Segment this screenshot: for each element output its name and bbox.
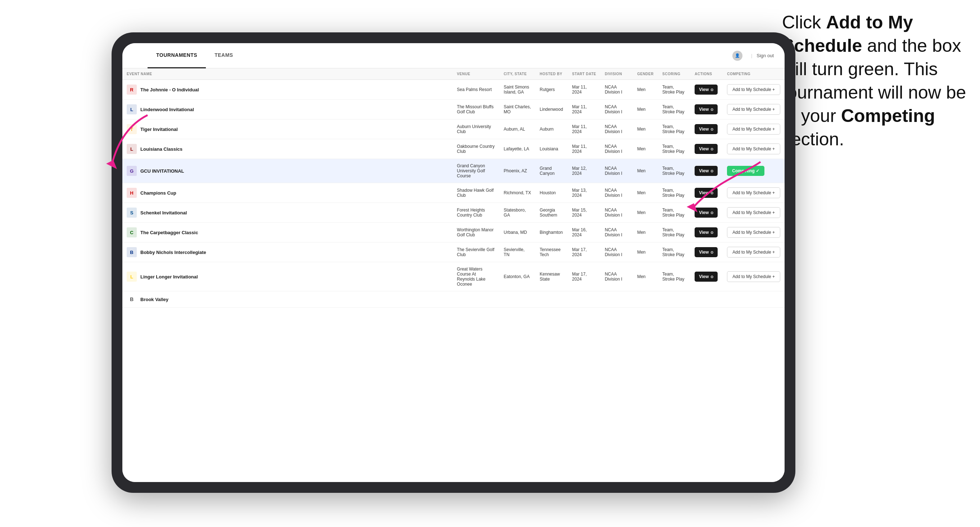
actions-cell: View ⊙ <box>690 119 723 139</box>
competing-cell: Add to My Schedule + <box>723 243 784 262</box>
event-name-cell: S Schenkel Invitational <box>123 203 453 223</box>
nav-tab-teams[interactable]: TEAMS <box>206 43 242 68</box>
division-cell: NCAA Division I <box>600 243 633 262</box>
gender-cell: Men <box>633 243 658 262</box>
gender-cell: Men <box>633 119 658 139</box>
venue-cell: Great Waters Course At Reynolds Lake Oco… <box>453 262 500 291</box>
add-to-schedule-button[interactable]: Add to My Schedule + <box>727 143 780 154</box>
actions-cell: View ⊙ <box>690 159 723 183</box>
city-cell: Saint Charles, MO <box>500 100 536 119</box>
hosted-by-cell: Binghamton <box>536 223 568 243</box>
event-name: The Johnnie - O Individual <box>140 87 199 92</box>
add-to-schedule-button[interactable]: Add to My Schedule + <box>727 84 780 95</box>
tablet-screen: TOURNAMENTS TEAMS 👤 | Sign out EVENT NAM… <box>123 43 784 482</box>
competing-cell: Competing ✓ <box>723 159 784 183</box>
scoring-cell: Team, Stroke Play <box>658 223 690 243</box>
view-button[interactable]: View ⊙ <box>695 104 718 114</box>
start-date-cell: Mar 17, 2024 <box>568 262 601 291</box>
venue-cell: The Missouri Bluffs Golf Club <box>453 100 500 119</box>
view-button[interactable]: View ⊙ <box>695 188 718 198</box>
competing-button[interactable]: Competing ✓ <box>727 166 764 176</box>
event-name: GCU INVITATIONAL <box>140 168 184 174</box>
competing-cell: Add to My Schedule + <box>723 100 784 119</box>
table-row: L Linger Longer Invitational Great Water… <box>123 262 784 291</box>
division-cell: NCAA Division I <box>600 119 633 139</box>
competing-cell: Add to My Schedule + <box>723 80 784 100</box>
hosted-by-cell: Auburn <box>536 119 568 139</box>
sign-out-link[interactable]: Sign out <box>757 53 774 58</box>
view-button[interactable]: View ⊙ <box>695 247 718 257</box>
team-logo: C <box>127 227 137 237</box>
instruction-right: Click Add to My Schedule and the box wil… <box>782 11 969 151</box>
start-date-cell: Mar 15, 2024 <box>568 203 601 223</box>
competing-cell: Add to My Schedule + <box>723 183 784 203</box>
actions-cell: View ⊙ <box>690 203 723 223</box>
gender-cell: Men <box>633 203 658 223</box>
col-competing: COMPETING <box>723 68 784 80</box>
team-logo: B <box>127 247 137 257</box>
table-row: C The Carpetbagger Classic Worthington M… <box>123 223 784 243</box>
add-to-schedule-button[interactable]: Add to My Schedule + <box>727 124 780 135</box>
actions-cell: View ⊙ <box>690 183 723 203</box>
nav-tabs: TOURNAMENTS TEAMS <box>148 43 242 68</box>
add-to-schedule-button[interactable]: Add to My Schedule + <box>727 247 780 257</box>
add-to-schedule-button[interactable]: Add to My Schedule + <box>727 271 780 282</box>
view-button[interactable]: View ⊙ <box>695 227 718 237</box>
hosted-by-cell: Louisiana <box>536 139 568 159</box>
table-header: EVENT NAME VENUE CITY, STATE HOSTED BY S… <box>123 68 784 80</box>
division-cell: NCAA Division I <box>600 262 633 291</box>
hosted-by-cell: Grand Canyon <box>536 159 568 183</box>
add-to-schedule-button[interactable]: Add to My Schedule + <box>727 104 780 115</box>
start-date-cell: Mar 11, 2024 <box>568 100 601 119</box>
venue-cell: Shadow Hawk Golf Club <box>453 183 500 203</box>
hosted-by-cell: Kennesaw State <box>536 262 568 291</box>
actions-cell: View ⊙ <box>690 100 723 119</box>
actions-cell: View ⊙ <box>690 223 723 243</box>
event-name: Tiger Invitational <box>140 127 178 132</box>
competing-cell: Add to My Schedule + <box>723 262 784 291</box>
scoring-cell: Team, Stroke Play <box>658 139 690 159</box>
view-button[interactable]: View ⊙ <box>695 144 718 154</box>
table-body: R The Johnnie - O Individual Sea Palms R… <box>123 80 784 308</box>
event-name: The Carpetbagger Classic <box>140 230 198 235</box>
col-gender: GENDER <box>633 68 658 80</box>
nav-tab-tournaments[interactable]: TOURNAMENTS <box>148 43 206 68</box>
view-button[interactable]: View ⊙ <box>695 166 718 176</box>
add-to-schedule-button[interactable]: Add to My Schedule + <box>727 187 780 198</box>
add-to-schedule-button[interactable]: Add to My Schedule + <box>727 207 780 218</box>
add-to-schedule-button[interactable]: Add to My Schedule + <box>727 227 780 238</box>
col-actions: ACTIONS <box>690 68 723 80</box>
tournaments-table-container: EVENT NAME VENUE CITY, STATE HOSTED BY S… <box>123 68 784 482</box>
col-division: DIVISION <box>600 68 633 80</box>
competing-cell: Add to My Schedule + <box>723 223 784 243</box>
venue-cell: Sea Palms Resort <box>453 80 500 100</box>
start-date-cell: Mar 16, 2024 <box>568 223 601 243</box>
venue-cell: Oakbourne Country Club <box>453 139 500 159</box>
event-name-cell: L Lindenwood Invitational <box>123 100 453 119</box>
city-cell: Eatonton, GA <box>500 262 536 291</box>
team-logo: L <box>127 104 137 114</box>
hosted-by-cell: Houston <box>536 183 568 203</box>
division-cell: NCAA Division I <box>600 159 633 183</box>
view-button[interactable]: View ⊙ <box>695 208 718 217</box>
city-cell: Sevierville, TN <box>500 243 536 262</box>
actions-cell: View ⊙ <box>690 80 723 100</box>
team-logo: S <box>127 208 137 217</box>
col-hosted-by: HOSTED BY <box>536 68 568 80</box>
scoring-cell: Team, Stroke Play <box>658 203 690 223</box>
tablet-frame: TOURNAMENTS TEAMS 👤 | Sign out EVENT NAM… <box>111 32 795 493</box>
view-button[interactable]: View ⊙ <box>695 124 718 134</box>
competing-cell: Add to My Schedule + <box>723 119 784 139</box>
division-cell: NCAA Division I <box>600 100 633 119</box>
hosted-by-cell: Georgia Southern <box>536 203 568 223</box>
event-name-cell: G GCU INVITATIONAL <box>123 159 453 183</box>
view-button[interactable]: View ⊙ <box>695 84 718 95</box>
scoring-cell: Team, Stroke Play <box>658 243 690 262</box>
start-date-cell: Mar 11, 2024 <box>568 119 601 139</box>
event-name-cell: H Champions Cup <box>123 183 453 203</box>
venue-cell: Grand Canyon University Golf Course <box>453 159 500 183</box>
scoring-cell: Team, Stroke Play <box>658 159 690 183</box>
view-button[interactable]: View ⊙ <box>695 271 718 282</box>
division-cell: NCAA Division I <box>600 80 633 100</box>
event-name: Schenkel Invitational <box>140 210 187 216</box>
